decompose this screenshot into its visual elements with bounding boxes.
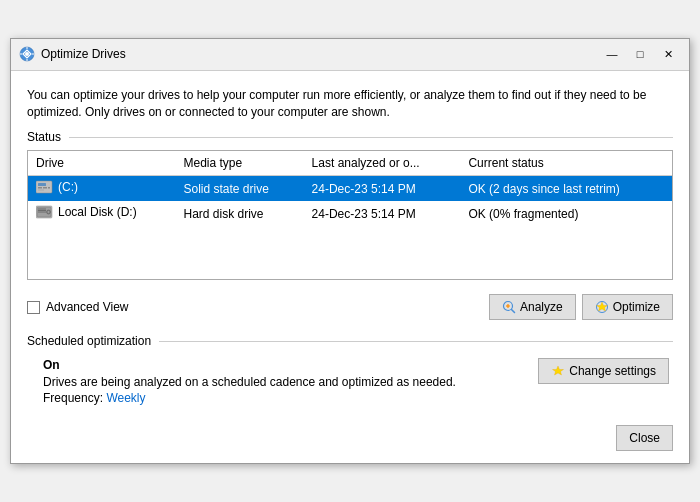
- drive-name-cell: (C:): [28, 176, 175, 202]
- scheduled-frequency: Frequency: Weekly: [43, 391, 456, 405]
- last-analyzed-cell: 24-Dec-23 5:14 PM: [304, 201, 461, 226]
- hdd-icon: [36, 205, 54, 219]
- col-status: Current status: [460, 151, 672, 176]
- change-settings-button[interactable]: Change settings: [538, 358, 669, 384]
- svg-rect-7: [38, 183, 46, 186]
- svg-line-20: [511, 310, 514, 313]
- advanced-view-label[interactable]: Advanced View: [46, 300, 129, 314]
- svg-point-18: [48, 211, 50, 213]
- frequency-value: Weekly: [106, 391, 145, 405]
- minimize-button[interactable]: —: [599, 44, 625, 64]
- svg-rect-8: [38, 187, 42, 189]
- drive-name-cell: Local Disk (D:): [28, 201, 175, 226]
- status-section-line: [69, 137, 673, 138]
- media-type-cell: Solid state drive: [175, 176, 303, 202]
- status-cell: OK (0% fragmented): [460, 201, 672, 226]
- optimize-button-label: Optimize: [613, 300, 660, 314]
- maximize-button[interactable]: □: [627, 44, 653, 64]
- svg-marker-25: [553, 366, 564, 375]
- main-content: You can optimize your drives to help you…: [11, 71, 689, 418]
- drive-icon-ssd: (C:): [36, 180, 78, 194]
- change-settings-label: Change settings: [569, 364, 656, 378]
- drive-name: Local Disk (D:): [58, 205, 137, 219]
- svg-point-1: [25, 52, 29, 56]
- status-section-title: Status: [27, 130, 61, 144]
- analyze-optimize-buttons: Analyze Optimize: [489, 294, 673, 320]
- drives-table-wrapper: Drive Media type Last analyzed or o... C…: [27, 150, 673, 280]
- scheduled-section-line: [159, 341, 673, 342]
- scheduled-info: On Drives are being analyzed on a schedu…: [27, 358, 456, 405]
- media-type-cell: Hard disk drive: [175, 201, 303, 226]
- status-cell: OK (2 days since last retrim): [460, 176, 672, 202]
- svg-rect-11: [38, 190, 44, 191]
- svg-rect-10: [48, 187, 50, 189]
- optimize-icon: [595, 300, 609, 314]
- main-window: Optimize Drives — □ ✕ You can optimize y…: [10, 38, 690, 465]
- title-bar: Optimize Drives — □ ✕: [11, 39, 689, 71]
- window-icon: [19, 46, 35, 62]
- analyze-button[interactable]: Analyze: [489, 294, 576, 320]
- scheduled-section-header: Scheduled optimization: [27, 334, 673, 348]
- scheduled-content-row: On Drives are being analyzed on a schedu…: [27, 354, 673, 405]
- last-analyzed-cell: 24-Dec-23 5:14 PM: [304, 176, 461, 202]
- col-drive: Drive: [28, 151, 175, 176]
- status-section-header: Status: [27, 130, 673, 144]
- table-header-row: Drive Media type Last analyzed or o... C…: [28, 151, 672, 176]
- advanced-view-checkbox[interactable]: [27, 301, 40, 314]
- ssd-icon: [36, 180, 54, 194]
- close-button[interactable]: Close: [616, 425, 673, 451]
- drive-name: (C:): [58, 180, 78, 194]
- actions-row: Advanced View Analyze: [27, 294, 673, 320]
- scheduled-section-title: Scheduled optimization: [27, 334, 151, 348]
- table-row[interactable]: Local Disk (D:) Hard disk drive 24-Dec-2…: [28, 201, 672, 226]
- drives-table: Drive Media type Last analyzed or o... C…: [28, 151, 672, 226]
- analyze-button-label: Analyze: [520, 300, 563, 314]
- window-title: Optimize Drives: [41, 47, 599, 61]
- change-settings-icon: [551, 364, 565, 378]
- scheduled-description: Drives are being analyzed on a scheduled…: [43, 375, 456, 389]
- table-row[interactable]: (C:) Solid state drive 24-Dec-23 5:14 PM…: [28, 176, 672, 202]
- description-text: You can optimize your drives to help you…: [27, 87, 673, 121]
- optimize-button[interactable]: Optimize: [582, 294, 673, 320]
- window-close-button[interactable]: ✕: [655, 44, 681, 64]
- advanced-view-row: Advanced View: [27, 300, 129, 314]
- col-media-type: Media type: [175, 151, 303, 176]
- scheduled-status: On: [43, 358, 456, 372]
- footer: Close: [11, 417, 689, 463]
- title-bar-controls: — □ ✕: [599, 44, 681, 64]
- col-last-analyzed: Last analyzed or o...: [304, 151, 461, 176]
- frequency-label: Frequency:: [43, 391, 103, 405]
- drive-icon-hdd: Local Disk (D:): [36, 205, 137, 219]
- svg-rect-9: [43, 187, 47, 189]
- status-section: Status Drive Media type Last analyzed or…: [27, 130, 673, 280]
- scheduled-section: Scheduled optimization On Drives are bei…: [27, 334, 673, 405]
- analyze-icon: [502, 300, 516, 314]
